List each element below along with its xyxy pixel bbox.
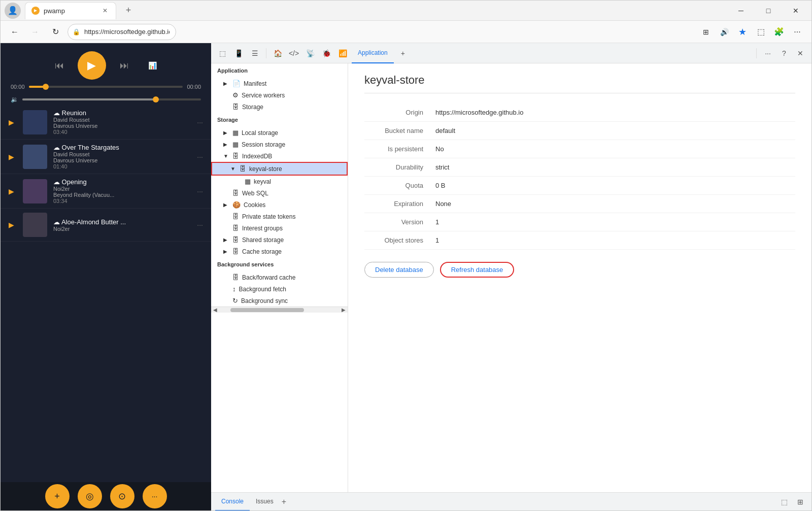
devtools-close-button[interactable]: ✕ [793,46,807,60]
split-screen-button[interactable]: ⊞ [698,24,714,40]
new-tab-button[interactable]: + [120,3,137,19]
keyval-label: keyval [254,178,271,185]
sidebar-item-background-fetch[interactable]: ▶ ↕ Background fetch [211,283,348,295]
more-tools-button[interactable]: ··· [761,46,775,60]
origin-value: https://microsoftedge.github.io [435,109,523,116]
track-item[interactable]: ▶ ☁ Opening Noi2er Beyond Reality (Vacuu… [1,174,211,209]
track-thumbnail [23,179,47,203]
horizontal-scrollbar[interactable]: ◀ ▶ [211,306,348,313]
close-button[interactable]: ✕ [784,3,807,19]
indexeddb-label: IndexedDB [242,153,272,160]
sidebar-item-back-forward-cache[interactable]: ▶ 🗄 Back/forward cache [211,271,348,283]
nav-bar: ← → ↻ 🔒 ⊞ 🔊 ★ ⬚ 🧩 ··· [1,21,811,43]
sidebar-item-manifest[interactable]: ▶ 📄 Manifest [211,78,348,89]
private-state-tokens-icon: 🗄 [232,213,239,220]
property-row-durability: Durability strict [364,158,795,177]
inspect-button[interactable]: ⬚ [215,46,229,60]
extensions-button[interactable]: 🧩 [771,24,787,40]
read-aloud-button[interactable]: 🔊 [716,24,732,40]
issues-tab[interactable]: Issues [250,493,280,511]
split-view-button[interactable]: ⬚ [753,24,769,40]
target-button[interactable]: ⊙ [110,484,134,508]
add-panel-button[interactable]: + [396,46,410,60]
manifest-label: Manifest [244,80,266,87]
favorites-button[interactable]: ★ [734,24,751,40]
next-button[interactable]: ⏭ [114,55,134,76]
sidebar-item-background-sync[interactable]: ▶ ↻ Background sync [211,295,348,306]
sources-button[interactable]: </> [287,46,301,60]
forward-button[interactable]: → [27,24,43,40]
device-mode-button[interactable]: 📱 [231,46,246,60]
track-play-icon: ▶ [9,153,17,161]
track-more-button[interactable]: ··· [197,118,203,126]
help-button[interactable]: ? [777,46,791,60]
play-button[interactable]: ▶ [78,51,106,80]
property-row-expiration: Expiration None [364,195,795,213]
playback-controls: ⏮ ▶ ⏭ 📊 [49,51,163,80]
track-more-button[interactable]: ··· [197,187,203,195]
fullscreen-button[interactable]: ⊞ [793,495,807,509]
address-bar[interactable] [67,24,176,40]
more-button[interactable]: ··· [789,24,805,40]
track-item[interactable]: ▶ ☁ Aloe-Almond Butter ... Noi2er ··· [1,209,211,242]
sidebar-item-shared-storage[interactable]: ▶ 🗄 Shared storage [211,234,348,246]
track-item[interactable]: ▶ ☁ Over The Stargates David Rousset Dav… [1,140,211,174]
total-time: 00:00 [187,84,201,90]
sidebar-item-keyval-store[interactable]: ▼ 🗄 keyval-store [211,162,348,176]
sidebar-item-interest-groups[interactable]: ▶ 🗄 Interest groups [211,222,348,234]
network-button[interactable]: 📡 [303,46,317,60]
action-buttons: Delete database Refresh database [364,262,795,278]
sidebar-item-keyval[interactable]: ▶ ▦ keyval [211,176,348,187]
sidebar-item-service-workers[interactable]: ▶ ⚙ Service workers [211,89,348,101]
profile-icon[interactable]: 👤 [5,3,21,19]
refresh-button[interactable]: ↻ [47,24,63,40]
wifi-button[interactable]: 📶 [335,46,350,60]
minimize-button[interactable]: ─ [729,3,753,19]
sidebar-item-session-storage[interactable]: ▶ ▦ Session storage [211,139,348,150]
sidebar-item-indexeddb[interactable]: ▼ 🗄 IndexedDB [211,150,348,162]
refresh-database-button[interactable]: Refresh database [440,262,515,278]
indexeddb-icon: 🗄 [232,152,239,160]
sidebar-toggle-button[interactable]: ☰ [248,46,262,60]
back-button[interactable]: ← [7,24,23,40]
progress-bar[interactable] [29,86,183,88]
storage-icon: 🗄 [232,103,239,111]
browser-tab[interactable]: pwamp ✕ [25,2,116,19]
toolbar-right-divider [756,48,757,58]
track-more-button[interactable]: ··· [197,221,203,229]
volume-bar[interactable] [22,98,201,100]
add-tab-button[interactable]: + [280,497,288,506]
sidebar-item-cache-storage[interactable]: ▶ 🗄 Cache storage [211,246,348,257]
add-button[interactable]: + [45,484,70,508]
more-options-button[interactable]: ··· [143,484,167,508]
sidebar-item-cookies[interactable]: ▶ 🍪 Cookies [211,199,348,211]
service-workers-label: Service workers [242,92,285,99]
console-tab[interactable]: Console [215,493,250,511]
previous-button[interactable]: ⏮ [49,55,70,76]
scroll-left-button[interactable]: ◀ [212,307,218,313]
tab-close-button[interactable]: ✕ [100,6,110,15]
volume-icon: 🔉 [11,96,18,103]
object-stores-label: Object stores [364,236,435,244]
home-button[interactable]: 🏠 [270,46,285,60]
property-row-bucket-name: Bucket name default [364,122,795,140]
maximize-button[interactable]: □ [757,3,780,19]
screenshot-button[interactable]: ⬚ [777,495,791,509]
sidebar-item-private-state-tokens[interactable]: ▶ 🗄 Private state tokens [211,211,348,222]
track-more-button[interactable]: ··· [197,153,203,161]
scroll-right-button[interactable]: ▶ [341,307,347,313]
track-artist: Noi2er [53,186,191,192]
circle-button[interactable]: ◎ [78,484,102,508]
delete-database-button[interactable]: Delete database [364,262,434,278]
application-tab[interactable]: Application [352,43,394,63]
scrollbar-thumb[interactable] [230,308,304,312]
back-forward-cache-label: Back/forward cache [242,274,295,281]
track-play-icon: ▶ [9,187,17,195]
equalizer-button[interactable]: 📊 [143,55,163,76]
track-item[interactable]: ▶ ☁ Reunion David Rousset Davrous Univer… [1,105,211,140]
storage-label: Storage [242,104,263,111]
perf-button[interactable]: 🐞 [319,46,333,60]
sidebar-item-local-storage[interactable]: ▶ ▦ Local storage [211,127,348,139]
sidebar-item-storage[interactable]: ▶ 🗄 Storage [211,101,348,113]
sidebar-item-web-sql[interactable]: ▶ 🗄 Web SQL [211,187,348,199]
